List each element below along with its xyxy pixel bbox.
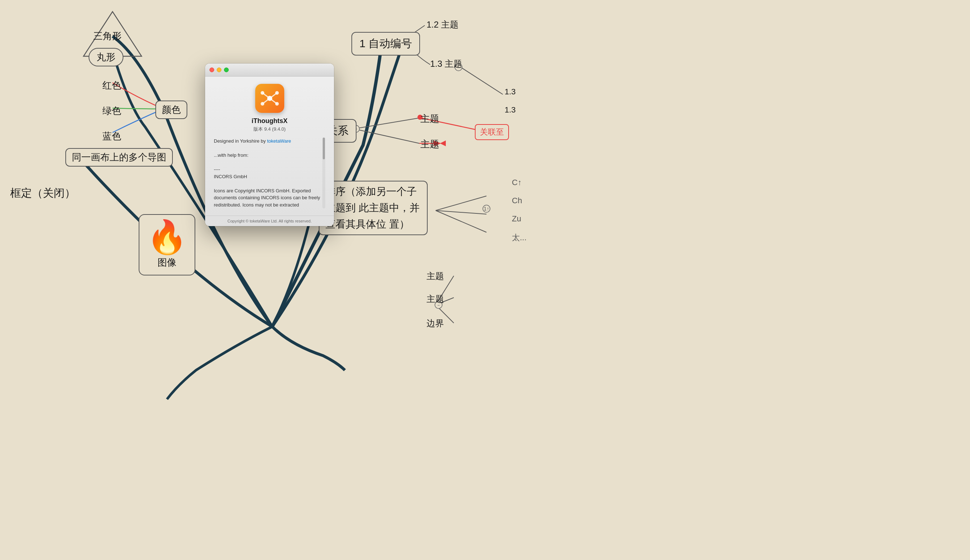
green-color-label: 绿色 (102, 105, 121, 117)
dialog-scrollable[interactable]: Designed in Yorkshire by toketaWare ...w… (214, 138, 325, 208)
app-name: iThoughtsX (252, 117, 288, 125)
blue-color-label: 蓝色 (102, 130, 121, 143)
toketa-ware-link[interactable]: toketaWare (267, 138, 291, 144)
bottom-topic-2: 主题 (427, 293, 444, 305)
sort-sub-2: Ch (512, 196, 522, 205)
minimize-button[interactable] (217, 68, 222, 72)
svg-marker-1 (440, 140, 446, 146)
red-color-label: 红色 (102, 79, 121, 92)
maximize-button[interactable] (224, 68, 229, 72)
close-button[interactable] (210, 68, 214, 72)
scrollbar-track (322, 138, 325, 208)
num-1-3b-label: 1.3 (505, 87, 516, 97)
image-label: 图像 (158, 256, 177, 269)
copyright-text: Copyright © toketaWare Ltd. All rights r… (227, 219, 312, 223)
credits-separator: ---- (214, 166, 325, 173)
image-node[interactable]: 🔥 图像 (139, 214, 195, 275)
app-icon (255, 84, 284, 113)
dialog-content: iThoughtsX 版本 9.4 (9.4.0) Designed in Yo… (205, 77, 334, 216)
num-1-3a-label: 1.3 主题 (430, 58, 462, 70)
circle-node[interactable]: 丸形 (88, 48, 123, 67)
icons-text: Icons are Copyright INCORS GmbH. Exporte… (214, 187, 325, 209)
frame-label: 框定（关闭） (10, 186, 75, 201)
sort-sub-3: Zu (512, 214, 521, 223)
bottom-topic-1: 主题 (427, 270, 444, 282)
dialog-titlebar (205, 63, 334, 77)
svg-line-21 (262, 93, 270, 98)
bottom-topic-3: 边界 (427, 318, 444, 329)
topic-label-1: 主题 (420, 113, 439, 125)
related-to-box: 关联至 (475, 124, 509, 140)
dialog-body: Designed in Yorkshire by toketaWare ...w… (214, 138, 325, 208)
svg-line-24 (270, 98, 277, 104)
sort-sub-1: C↑ (512, 178, 522, 187)
dialog-footer: Copyright © toketaWare Ltd. All rights r… (205, 216, 334, 226)
topic-label-2: 主题 (420, 138, 439, 151)
credits-company: INCORS GmbH (214, 173, 325, 180)
svg-point-9 (483, 205, 490, 212)
auto-number-node[interactable]: 1 自动编号 (352, 32, 420, 55)
flame-icon: 🔥 (147, 221, 187, 253)
svg-line-22 (270, 93, 277, 98)
sort-sub-4: 太... (512, 232, 527, 243)
color-node[interactable]: 颜色 (155, 100, 187, 119)
svg-line-23 (262, 98, 270, 104)
scrollbar-thumb[interactable] (323, 138, 325, 159)
help-text: ...with help from: (214, 152, 325, 159)
num-1-2-label: 1.2 主题 (427, 19, 458, 30)
sort-node[interactable]: 排序（添加另一个子主题到 此主题中，并查看其具体位 置） (319, 181, 428, 235)
svg-text:1↑: 1↑ (484, 206, 489, 212)
multi-map-node[interactable]: 同一画布上的多个导图 (65, 148, 173, 167)
about-dialog: iThoughtsX 版本 9.4 (9.4.0) Designed in Yo… (205, 63, 334, 226)
triangle-label: 三角形 (93, 30, 122, 42)
designed-by-prefix: Designed in Yorkshire by (214, 138, 267, 144)
num-1-3c-label: 1.3 (505, 105, 516, 115)
app-version: 版本 9.4 (9.4.0) (253, 126, 286, 132)
